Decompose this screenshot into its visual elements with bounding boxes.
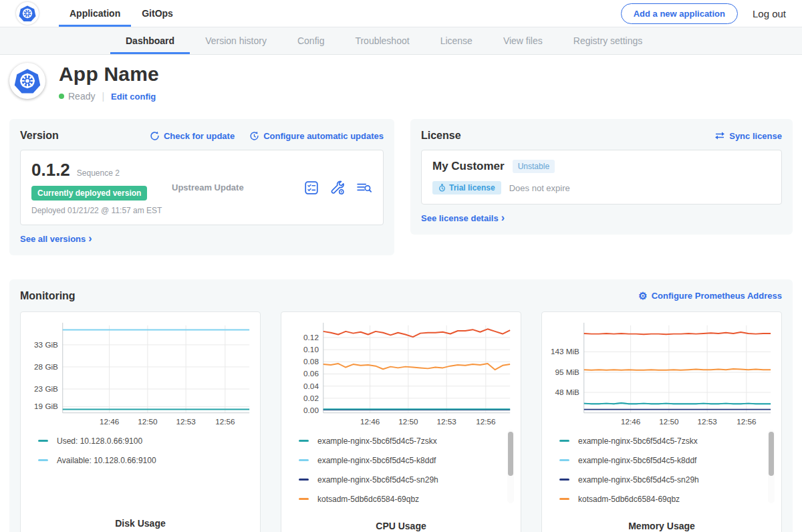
version-panel: Version Check for update Configure au	[9, 119, 394, 255]
legend-color-dash	[299, 440, 309, 442]
legend-color-dash	[299, 479, 309, 481]
kubernetes-logo[interactable]	[16, 2, 39, 25]
see-all-versions-link[interactable]: See all versions ›	[20, 233, 92, 244]
svg-text:12:46: 12:46	[100, 417, 119, 426]
svg-text:48 MiB: 48 MiB	[555, 387, 579, 396]
series-line	[584, 368, 771, 370]
legend-item: example-nginx-5bc6f5d4c5-k8ddf	[559, 456, 765, 465]
configure-automatic-updates-link[interactable]: Configure automatic updates	[249, 131, 384, 141]
license-panel-title: License	[421, 130, 461, 142]
series-line	[584, 403, 771, 404]
license-expiry: Does not expire	[509, 183, 570, 193]
legend-color-dash	[299, 459, 309, 461]
check-for-update-label: Check for update	[164, 131, 235, 141]
chart-title: Memory Usage	[549, 514, 775, 532]
sync-license-label: Sync license	[729, 131, 782, 141]
legend-label: example-nginx-5bc6f5d4c5-7zskx	[317, 436, 437, 446]
legend-item: kotsadm-5db6dc6584-69qbz	[299, 495, 505, 504]
view-logs-icon[interactable]	[356, 180, 372, 195]
legend-label: Used: 10.128.0.66:9100	[57, 436, 142, 446]
edit-config-link[interactable]: Edit config	[111, 92, 156, 102]
svg-text:12:46: 12:46	[621, 417, 640, 426]
tab-license[interactable]: License	[425, 27, 488, 54]
top-tab-application[interactable]: Application	[59, 0, 131, 27]
monitoring-title: Monitoring	[20, 290, 76, 302]
tab-config[interactable]: Config	[282, 27, 340, 54]
legend-color-dash	[559, 440, 569, 442]
config-wrench-icon[interactable]	[329, 180, 346, 196]
legend-scrollbar-thumb[interactable]	[508, 432, 513, 476]
check-for-update-link[interactable]: Check for update	[150, 131, 235, 141]
legend-label: example-nginx-5bc6f5d4c5-k8ddf	[317, 456, 436, 465]
chart-plot: 19 GiB23 GiB28 GiB33 GiB12:4612:5012:531…	[27, 320, 253, 430]
refresh-icon	[150, 131, 160, 141]
svg-text:0.10: 0.10	[303, 345, 319, 354]
sync-arrows-icon	[714, 131, 725, 140]
svg-text:0.12: 0.12	[303, 332, 319, 341]
svg-text:12:50: 12:50	[138, 417, 158, 426]
configure-prometheus-link[interactable]: ⚙ Configure Prometheus Address	[638, 291, 782, 301]
tab-troubleshoot[interactable]: Troubleshoot	[340, 27, 424, 54]
legend-label: kotsadm-5db6dc6584-69qbz	[578, 495, 680, 504]
svg-text:0.06: 0.06	[303, 369, 319, 378]
svg-text:12:53: 12:53	[176, 417, 195, 426]
svg-text:12:56: 12:56	[476, 417, 495, 426]
charts-row: 19 GiB23 GiB28 GiB33 GiB12:4612:5012:531…	[20, 311, 782, 532]
legend-color-dash	[559, 479, 569, 481]
series-line	[323, 364, 510, 370]
legend-item: kotsadm-5db6dc6584-69qbz	[559, 495, 765, 504]
deployed-timestamp: Deployed 01/21/22 @ 11:57 am EST	[31, 206, 172, 215]
add-new-application-button[interactable]: Add a new application	[621, 3, 738, 24]
legend-color-dash	[38, 440, 48, 442]
legend-item: example-nginx-5bc6f5d4c5-sn29h	[299, 475, 505, 485]
currently-deployed-badge: Currently deployed version	[31, 186, 147, 201]
tab-dashboard[interactable]: Dashboard	[110, 27, 190, 54]
svg-text:95 MiB: 95 MiB	[555, 367, 579, 376]
series-line	[323, 329, 510, 337]
legend-item: example-nginx-5bc6f5d4c5-sn29h	[559, 475, 765, 485]
kubernetes-logo-icon	[19, 5, 36, 22]
tab-registry-settings[interactable]: Registry settings	[558, 27, 658, 54]
top-tab-gitops[interactable]: GitOps	[131, 0, 184, 27]
top-nav-tabs: ApplicationGitOps	[59, 0, 184, 27]
chart-legend: example-nginx-5bc6f5d4c5-7zskxexample-ng…	[288, 430, 514, 514]
see-all-versions-label: See all versions	[20, 234, 86, 244]
legend-label: Available: 10.128.0.66:9100	[57, 456, 156, 465]
page-title: App Name	[59, 63, 159, 86]
svg-text:12:53: 12:53	[436, 417, 456, 426]
legend-item: example-nginx-5bc6f5d4c5-k8ddf	[299, 456, 505, 465]
configure-prometheus-label: Configure Prometheus Address	[652, 291, 782, 301]
legend-item: example-nginx-5bc6f5d4c5-7zskx	[299, 436, 505, 446]
logout-button[interactable]: Log out	[753, 8, 786, 19]
svg-text:0.02: 0.02	[303, 393, 319, 402]
legend-color-dash	[559, 459, 569, 461]
svg-text:0.00: 0.00	[303, 405, 319, 414]
chevron-right-icon: ›	[88, 233, 92, 244]
legend-scrollbar-thumb[interactable]	[769, 432, 774, 476]
version-number: 0.1.2	[31, 160, 70, 180]
divider: |	[102, 91, 104, 102]
tab-view-files[interactable]: View files	[488, 27, 558, 54]
license-card: My Customer Unstable Trial license Does …	[421, 150, 782, 205]
legend-item: example-nginx-5bc6f5d4c5-7zskx	[559, 436, 765, 446]
svg-text:12:56: 12:56	[737, 417, 756, 426]
svg-text:12:53: 12:53	[697, 417, 716, 426]
svg-text:12:56: 12:56	[215, 417, 235, 426]
clock-refresh-icon	[249, 131, 259, 141]
see-license-details-link[interactable]: See license details ›	[421, 213, 505, 223]
tab-version-history[interactable]: Version history	[190, 27, 282, 54]
legend-label: example-nginx-5bc6f5d4c5-7zskx	[578, 436, 698, 446]
channel-badge: Unstable	[513, 160, 555, 173]
legend-item: Available: 10.128.0.66:9100	[38, 456, 244, 465]
svg-text:23 GiB: 23 GiB	[34, 384, 58, 392]
legend-scrollbar[interactable]	[507, 430, 514, 503]
legend-scrollbar[interactable]	[768, 430, 775, 503]
preflight-checks-icon[interactable]	[304, 180, 319, 195]
chart-plot: 48 MiB95 MiB143 MiB12:4612:5012:5312:56	[549, 320, 775, 430]
chart-title: Disk Usage	[27, 511, 253, 532]
svg-text:12:46: 12:46	[360, 417, 380, 426]
status-dot	[59, 94, 64, 99]
legend-label: example-nginx-5bc6f5d4c5-k8ddf	[578, 456, 696, 465]
sync-license-link[interactable]: Sync license	[714, 131, 782, 141]
version-source: Upstream Update	[172, 182, 304, 192]
